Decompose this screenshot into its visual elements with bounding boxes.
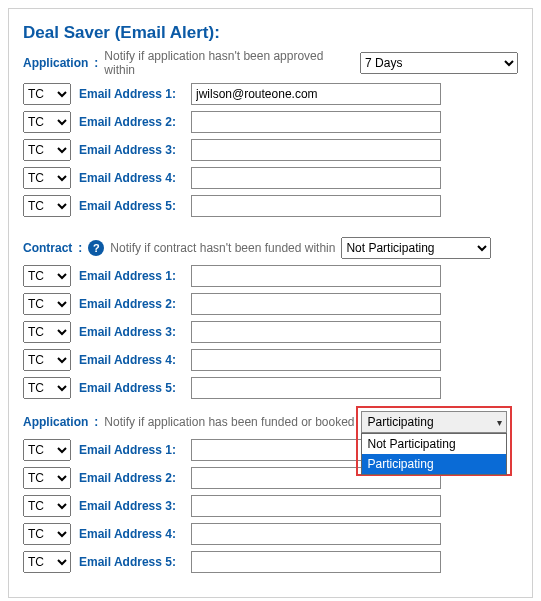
contract-funded-hint: Notify if contract hasn't been funded wi… <box>110 241 335 255</box>
email-label: Email Address 2: <box>79 115 183 129</box>
app2-email-row-3: TC Email Address 3: <box>23 495 518 517</box>
email-input[interactable] <box>191 321 441 343</box>
tc-select[interactable]: TC <box>23 551 71 573</box>
app1-email-row-3: TC Email Address 3: <box>23 139 518 161</box>
email-input[interactable] <box>191 349 441 371</box>
email-input[interactable] <box>191 111 441 133</box>
email-input[interactable] <box>191 139 441 161</box>
application-label: Application <box>23 415 88 429</box>
tc-select[interactable]: TC <box>23 321 71 343</box>
application-funded-dropdown-wrap: Participating ▾ Not Participating Partic… <box>361 411 507 433</box>
email-input[interactable] <box>191 265 441 287</box>
tc-select[interactable]: TC <box>23 349 71 371</box>
contract-email-row-5: TC Email Address 5: <box>23 377 518 399</box>
contract-funded-header: Contract: ? Notify if contract hasn't be… <box>23 237 518 259</box>
app1-email-row-1: TC Email Address 1: <box>23 83 518 105</box>
tc-select[interactable]: TC <box>23 523 71 545</box>
email-label: Email Address 4: <box>79 527 183 541</box>
contract-funded-period-select[interactable]: Not Participating <box>341 237 491 259</box>
email-label: Email Address 3: <box>79 143 183 157</box>
contract-email-row-3: TC Email Address 3: <box>23 321 518 343</box>
email-label: Email Address 5: <box>79 199 183 213</box>
tc-select[interactable]: TC <box>23 467 71 489</box>
email-label: Email Address 2: <box>79 471 183 485</box>
application-label: Application <box>23 56 88 70</box>
application-funded-period-select[interactable]: Participating ▾ <box>361 411 507 433</box>
email-input[interactable] <box>191 195 441 217</box>
email-label: Email Address 5: <box>79 381 183 395</box>
help-icon[interactable]: ? <box>88 240 104 256</box>
contract-email-row-4: TC Email Address 4: <box>23 349 518 371</box>
application-funded-header: Application: Notify if application has b… <box>23 411 518 433</box>
email-input[interactable] <box>191 377 441 399</box>
email-label: Email Address 1: <box>79 87 183 101</box>
tc-select[interactable]: TC <box>23 495 71 517</box>
tc-select[interactable]: TC <box>23 377 71 399</box>
email-label: Email Address 4: <box>79 171 183 185</box>
application-approved-hint: Notify if application hasn't been approv… <box>104 49 354 77</box>
email-input[interactable] <box>191 495 441 517</box>
email-input[interactable] <box>191 551 441 573</box>
deal-saver-panel: Deal Saver (Email Alert): Application: N… <box>8 8 533 598</box>
email-label: Email Address 3: <box>79 499 183 513</box>
tc-select[interactable]: TC <box>23 167 71 189</box>
app1-email-row-4: TC Email Address 4: <box>23 167 518 189</box>
chevron-down-icon: ▾ <box>497 417 502 428</box>
app2-email-row-5: TC Email Address 5: <box>23 551 518 573</box>
dropdown-selected-value: Participating <box>368 415 434 429</box>
application-funded-hint: Notify if application has been funded or… <box>104 415 354 429</box>
app2-email-row-4: TC Email Address 4: <box>23 523 518 545</box>
email-input[interactable] <box>191 167 441 189</box>
tc-select[interactable]: TC <box>23 265 71 287</box>
application-approved-period-select[interactable]: 7 Days <box>360 52 518 74</box>
tc-select[interactable]: TC <box>23 195 71 217</box>
tc-select[interactable]: TC <box>23 439 71 461</box>
email-input[interactable] <box>191 83 441 105</box>
email-label: Email Address 3: <box>79 325 183 339</box>
dropdown-option-not-participating[interactable]: Not Participating <box>362 434 506 454</box>
email-label: Email Address 5: <box>79 555 183 569</box>
contract-label: Contract <box>23 241 72 255</box>
email-input[interactable] <box>191 293 441 315</box>
contract-email-row-1: TC Email Address 1: <box>23 265 518 287</box>
email-label: Email Address 1: <box>79 443 183 457</box>
contract-email-row-2: TC Email Address 2: <box>23 293 518 315</box>
application-approved-header: Application: Notify if application hasn'… <box>23 49 518 77</box>
email-input[interactable] <box>191 523 441 545</box>
tc-select[interactable]: TC <box>23 83 71 105</box>
application-funded-period-options: Not Participating Participating <box>361 433 507 475</box>
tc-select[interactable]: TC <box>23 293 71 315</box>
panel-title: Deal Saver (Email Alert): <box>23 23 518 43</box>
email-label: Email Address 4: <box>79 353 183 367</box>
tc-select[interactable]: TC <box>23 139 71 161</box>
email-label: Email Address 2: <box>79 297 183 311</box>
dropdown-option-participating[interactable]: Participating <box>362 454 506 474</box>
email-label: Email Address 1: <box>79 269 183 283</box>
app1-email-row-2: TC Email Address 2: <box>23 111 518 133</box>
app1-email-row-5: TC Email Address 5: <box>23 195 518 217</box>
tc-select[interactable]: TC <box>23 111 71 133</box>
